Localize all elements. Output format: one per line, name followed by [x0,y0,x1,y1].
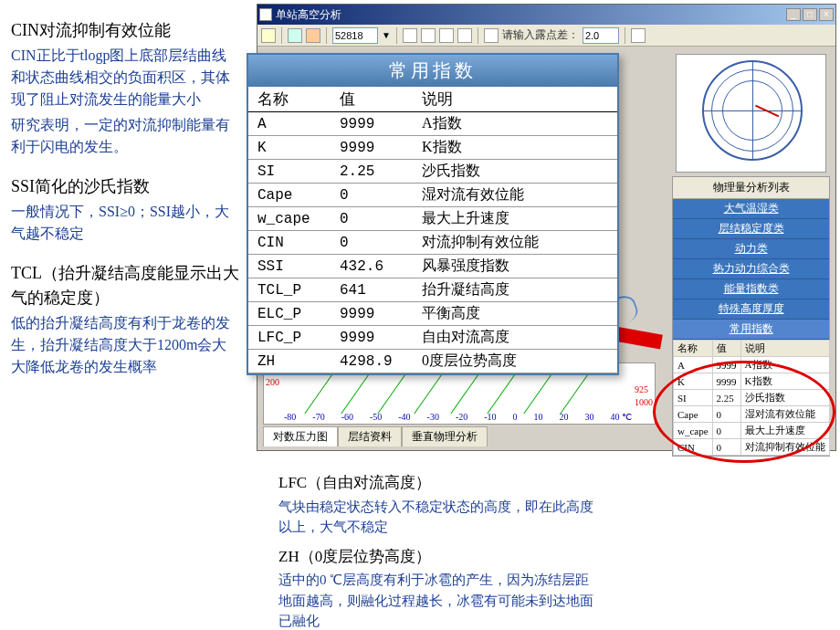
tick-label: -20 [456,412,467,422]
sidebar-link-2[interactable]: 动力类 [673,239,829,259]
cell-desc: 对流抑制有效位能 [413,231,617,255]
bottom-notes: LFC（自由对流高度） 气块由稳定状态转入不稳定状态的高度，即在此高度以上，大气… [278,471,598,630]
lfc-title: LFC（自由对流高度） [278,471,598,495]
cell-value: 9999 [331,326,413,350]
cell-value: 9999 [331,112,413,136]
separator [396,27,397,44]
sidebar-link-3[interactable]: 热力动力综合类 [673,259,829,279]
tool-icon-9[interactable] [631,28,646,43]
cell-desc: 沙氏指数 [740,390,829,406]
window-title: 单站高空分析 [276,7,341,23]
cell-name: K [674,373,713,390]
table-row: SI2.25沙氏指数 [248,160,617,184]
cell-name: SI [248,160,331,184]
cell-desc: 风暴强度指数 [413,255,617,278]
sidebar-link-6[interactable]: 常用指数 [673,320,829,340]
cell-desc: K指数 [413,136,617,160]
tick-label: -40 [398,412,410,422]
cin-desc-2: 研究表明，一定的对流抑制能量有利于闪电的发生。 [11,114,239,158]
mini-indices-table: 名称 值 说明 A9999A指数K9999K指数SI2.25沙氏指数Cape0湿… [673,340,830,456]
cin-title: CIN对流抑制有效位能 [11,18,239,43]
cell-name: Cape [674,406,713,423]
cell-value: 0 [331,184,413,207]
mini-th-name: 名称 [674,341,713,357]
sidebar-link-4[interactable]: 能量指数类 [673,279,829,299]
sidebar-link-0[interactable]: 大气温湿类 [673,199,829,219]
tab-2[interactable]: 垂直物理分析 [402,426,488,446]
tcl-title: TCL（抬升凝结高度能显示出大气的稳定度） [11,261,239,310]
tab-1[interactable]: 层结资料 [338,426,402,446]
table-row: ZH4298.90度层位势高度 [248,350,617,373]
table-row: w_cape0最大上升速度 [248,207,617,231]
dewpoint-input[interactable] [583,27,619,44]
tool-icon-6[interactable] [439,28,454,43]
cin-desc-1: CIN正比于tlogp图上底部层结曲线和状态曲线相交的负面积区，其体现了阻止对流… [11,45,239,110]
cell-desc: 抬升凝结高度 [413,278,617,302]
indices-table: 名称 值 说明 A9999A指数K9999K指数SI2.25沙氏指数Cape0湿… [248,87,617,373]
tool-icon-8[interactable] [484,28,499,43]
tick-label: 0 [513,412,518,422]
app-icon [259,8,272,21]
sidebar-link-1[interactable]: 层结稳定度类 [673,219,829,239]
cell-name: Cape [248,184,331,207]
cell-name: A [674,357,713,373]
table-row: CIN0对流抑制有效位能 [248,231,617,255]
tool-icon-1[interactable] [261,28,276,43]
tick-label: 10 [533,412,542,422]
chart-xaxis: -80-70-60-50-40-30-20-10010203040 ℃ [284,412,632,422]
cell-name: SSI [248,255,331,278]
cell-name: A [248,112,331,136]
lfc-desc: 气块由稳定状态转入不稳定状态的高度，即在此高度以上，大气不稳定 [278,497,598,538]
cell-desc: A指数 [413,112,617,136]
zh-desc: 适中的0 ℃层高度有利于冰雹的产生，因为冻结层距地面越高，则融化过程越长，冰雹有… [278,570,598,630]
mini-th-value: 值 [712,341,740,357]
chart-yaxis-right: 925 1000 [635,363,653,409]
tool-icon-2[interactable] [288,28,302,43]
th-desc: 说明 [413,87,617,112]
tick-label: -50 [370,412,382,422]
separator [281,27,282,44]
cell-desc: A指数 [740,357,829,373]
tool-icon-3[interactable] [306,28,320,43]
minimize-button[interactable]: _ [786,8,801,21]
tool-icon-5[interactable] [421,28,436,43]
cell-name: ZH [248,350,331,373]
cell-value: 2.25 [331,160,413,184]
title-bar: 单站高空分析 _ □ × [257,5,835,25]
tick-label: -60 [341,412,353,422]
table-row: CIN0对流抑制有效位能 [674,439,830,456]
cell-desc: 湿对流有效位能 [740,406,829,423]
table-row: ELC_P9999平衡高度 [248,302,617,326]
tool-icon-4[interactable] [403,28,417,43]
cell-value: 0 [712,439,740,456]
cell-name: CIN [248,231,331,255]
cell-desc: 对流抑制有效位能 [740,439,829,456]
popup-title: 常用指数 [248,55,617,87]
cell-value: 0 [331,231,413,255]
cell-value: 432.6 [331,255,413,278]
tick-label: 30 [584,412,593,422]
separator [625,27,625,44]
cell-desc: 自由对流高度 [413,326,617,350]
tool-icon-7[interactable] [457,28,472,43]
cell-name: SI [674,390,713,406]
tab-0[interactable]: 对数压力图 [263,426,338,446]
cell-desc: 沙氏指数 [413,160,617,184]
sidebar-link-5[interactable]: 特殊高度厚度 [673,299,829,320]
wind-compass [676,54,826,173]
cell-desc: K指数 [740,373,829,390]
analysis-sidebar: 物理量分析列表 大气温湿类 层结稳定度类 动力类 热力动力综合类 能量指数类 特… [672,176,830,457]
cell-value: 0 [331,207,413,231]
cell-desc: 0度层位势高度 [413,350,617,373]
close-button[interactable]: × [819,8,834,21]
tick-label: 20 [559,412,568,422]
maximize-button[interactable]: □ [803,8,817,21]
cell-value: 9999 [712,357,740,373]
table-row: LFC_P9999自由对流高度 [248,326,617,350]
cell-desc: 平衡高度 [413,302,617,326]
sidebar-title: 物理量分析列表 [673,177,829,199]
cell-value: 2.25 [712,390,740,406]
station-id-input[interactable] [332,27,378,44]
th-value: 值 [331,87,413,112]
ssi-title: SSI简化的沙氏指数 [11,174,239,199]
